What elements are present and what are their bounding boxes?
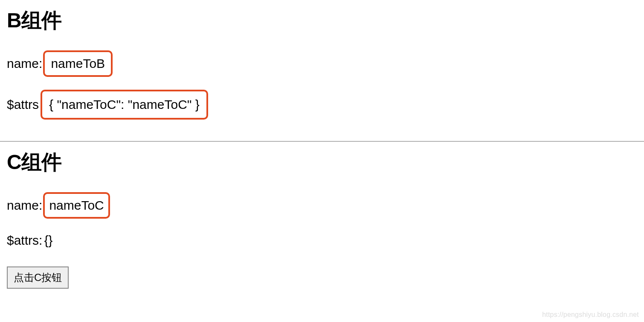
component-c-attrs-label: $attrs: <box>7 231 42 249</box>
component-c-name-value: nameToC <box>43 192 110 219</box>
component-b-attrs-row: $attrs { "nameToC": "nameToC" } <box>7 90 637 120</box>
component-b-name-row: name: nameToB <box>7 50 637 77</box>
component-b-name-value: nameToB <box>43 50 113 77</box>
component-b-attrs-value: { "nameToC": "nameToC" } <box>41 90 208 120</box>
component-c-name-row: name: nameToC <box>7 192 637 219</box>
component-c-attrs-row: $attrs: {} <box>7 231 637 249</box>
component-b-section: B组件 name: nameToB $attrs { "nameToC": "n… <box>0 0 644 141</box>
component-c-section: C组件 name: nameToC $attrs: {} 点击C按钮 <box>0 142 644 297</box>
component-b-name-label: name: <box>7 55 42 73</box>
component-b-attrs-label: $attrs <box>7 96 39 114</box>
click-c-button[interactable]: 点击C按钮 <box>7 266 69 289</box>
component-c-name-label: name: <box>7 196 42 214</box>
component-b-title: B组件 <box>7 7 637 34</box>
component-c-title: C组件 <box>7 149 637 176</box>
component-c-attrs-value: {} <box>44 231 52 249</box>
